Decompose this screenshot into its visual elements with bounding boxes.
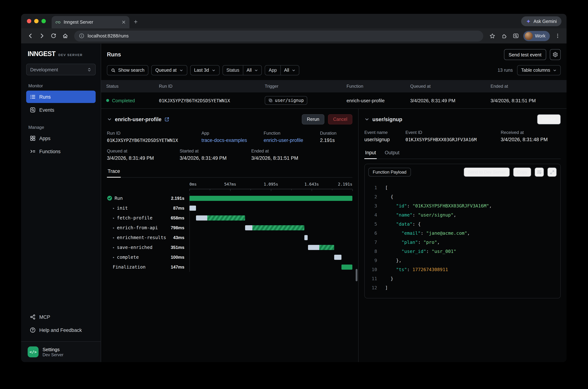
- code-icon: </>: [28, 346, 38, 357]
- span-bar-track: [189, 205, 352, 211]
- sidebar-item-events[interactable]: Events: [26, 104, 96, 116]
- received-at-label: Received at: [501, 130, 561, 135]
- reload-button[interactable]: [48, 30, 59, 41]
- check-circle-icon: [107, 195, 112, 201]
- col-trigger: Trigger: [265, 84, 347, 89]
- panel-scrollbar[interactable]: [356, 269, 357, 281]
- span-bar[interactable]: [245, 225, 304, 230]
- expand-chevron-icon[interactable]: ▸: [113, 245, 115, 249]
- expand-chevron-icon[interactable]: ▸: [113, 206, 115, 210]
- sidebar-item-label: Functions: [39, 149, 60, 154]
- trace-axis: 0ms547ms1.095s1.643s2.191s: [189, 182, 352, 188]
- minimize-window-button[interactable]: [34, 19, 38, 23]
- tab-close-icon[interactable]: ✕: [122, 20, 126, 25]
- queued-at-dropdown[interactable]: Queued at: [151, 65, 187, 75]
- sidebar-item-label: MCP: [39, 314, 50, 320]
- dev-server-badge: DEV SERVER: [58, 53, 83, 57]
- environment-select[interactable]: Development: [26, 64, 96, 75]
- status-filter-value[interactable]: All: [243, 65, 262, 75]
- extensions-icon[interactable]: [499, 30, 509, 41]
- sidebar-item-runs[interactable]: Runs: [26, 91, 96, 103]
- span-bar[interactable]: [308, 245, 334, 250]
- app-filter-label: App: [265, 68, 281, 73]
- time-range-label: Last 3d: [194, 68, 209, 73]
- ask-gemini-button[interactable]: Ask Gemini: [521, 16, 561, 26]
- code-line: 8 "user_id": "usr_001": [368, 247, 556, 256]
- span-bar[interactable]: [304, 235, 308, 240]
- function-link[interactable]: enrich-user-profile: [264, 137, 320, 143]
- send-test-event-button[interactable]: Send test event: [504, 49, 546, 60]
- trace-span-row[interactable]: Run2.191s: [107, 193, 352, 203]
- site-info-icon[interactable]: [79, 33, 84, 38]
- expand-chevron-icon[interactable]: ▸: [113, 236, 115, 239]
- tab-input[interactable]: Input: [364, 148, 377, 159]
- sidebar-item-help[interactable]: Help and Feedback: [26, 324, 96, 336]
- collapse-chevron-icon[interactable]: [364, 117, 369, 122]
- trigger-badge[interactable]: user/signup: [265, 96, 307, 105]
- word-wrap-button[interactable]: [534, 167, 544, 177]
- new-tab-button[interactable]: +: [134, 18, 138, 26]
- forward-button[interactable]: [36, 30, 47, 41]
- show-search-button[interactable]: Show search: [107, 65, 148, 75]
- expand-chevron-icon[interactable]: ▸: [113, 216, 115, 220]
- sidebar-item-functions[interactable]: Functions: [26, 145, 96, 158]
- axis-label: 1.095s: [264, 182, 278, 187]
- function-payload-pill[interactable]: Function Payload: [368, 168, 411, 176]
- trace-span-row[interactable]: ▸enrichment-results43ms: [107, 232, 352, 242]
- copy-button[interactable]: Copy: [513, 167, 531, 177]
- line-number: 6: [368, 228, 377, 238]
- sidebar-item-apps[interactable]: Apps: [26, 132, 96, 144]
- span-bar[interactable]: [189, 205, 196, 211]
- maximize-window-button[interactable]: [41, 19, 46, 23]
- url-bar[interactable]: localhost:8288/runs: [74, 30, 483, 41]
- expand-chevron-icon[interactable]: ▸: [113, 226, 115, 229]
- code-line: 10 "ts": 1772674308911: [368, 265, 556, 274]
- trace-span-row[interactable]: Finalization147ms: [107, 262, 352, 272]
- collapse-chevron-icon[interactable]: [107, 117, 112, 122]
- rerun-button[interactable]: Rerun: [302, 114, 324, 125]
- external-link-icon[interactable]: [164, 117, 170, 122]
- table-row[interactable]: Completed 01KJXSYPZYB6TH2DSDSYETWN1X use…: [101, 93, 566, 108]
- cancel-button[interactable]: Cancel: [328, 114, 352, 125]
- span-bar[interactable]: [334, 255, 341, 260]
- line-number: 1: [368, 183, 377, 192]
- expand-button[interactable]: [547, 167, 557, 177]
- table-columns-dropdown[interactable]: Table columns: [517, 65, 561, 75]
- span-bar[interactable]: [196, 215, 245, 220]
- browser-menu-icon[interactable]: [552, 30, 563, 41]
- sidebar-item-mcp[interactable]: MCP: [26, 311, 96, 323]
- close-window-button[interactable]: [27, 19, 31, 23]
- search-tabs-icon[interactable]: [510, 30, 521, 41]
- event-title: user/signup: [372, 116, 402, 122]
- profile-chip[interactable]: Work: [523, 31, 550, 41]
- expand-chevron-icon[interactable]: ▸: [113, 255, 115, 259]
- span-name: Finalization: [107, 264, 163, 270]
- code-lines[interactable]: 1[2 {3 "id": "01KJXSYPSFHBXX03GRJFV3A16M…: [365, 180, 560, 298]
- bookmark-star-icon[interactable]: [487, 30, 498, 41]
- browser-tab[interactable]: Inngest Server ✕: [52, 16, 129, 28]
- span-bar[interactable]: [341, 264, 352, 269]
- home-button[interactable]: [60, 30, 71, 41]
- app-filter[interactable]: App All: [265, 65, 299, 75]
- settings-footer[interactable]: </> Settings Dev Server: [21, 341, 101, 362]
- invoke-button[interactable]: Invoke: [537, 114, 561, 125]
- send-to-dev-server-button[interactable]: Send to Dev Server: [464, 167, 510, 177]
- span-bar[interactable]: [189, 195, 352, 201]
- line-code: "id": "01KJXSYPSFHBXX03GRJFV3A16M",: [385, 201, 556, 210]
- trace-span-row[interactable]: ▸enrich-from-api798ms: [107, 223, 352, 232]
- trace-span-row[interactable]: ▸fetch-profile658ms: [107, 213, 352, 223]
- time-range-dropdown[interactable]: Last 3d: [190, 65, 219, 75]
- back-button[interactable]: [25, 30, 36, 41]
- code-line: 3 "id": "01KJXSYPSFHBXX03GRJFV3A16M",: [368, 201, 556, 210]
- trace-span-row[interactable]: ▸init87ms: [107, 203, 352, 213]
- tab-trace[interactable]: Trace: [107, 167, 121, 178]
- app-filter-value[interactable]: All: [281, 65, 299, 75]
- tab-output[interactable]: Output: [384, 148, 400, 159]
- status-filter[interactable]: Status All: [222, 65, 262, 75]
- line-number: 12: [368, 283, 377, 292]
- span-bar-track: [189, 225, 352, 230]
- trace-span-row[interactable]: ▸save-enriched351ms: [107, 242, 352, 252]
- trace-span-row[interactable]: ▸complete100ms: [107, 252, 352, 262]
- app-link[interactable]: trace-docs-examples: [202, 137, 264, 143]
- settings-gear-button[interactable]: [550, 49, 561, 60]
